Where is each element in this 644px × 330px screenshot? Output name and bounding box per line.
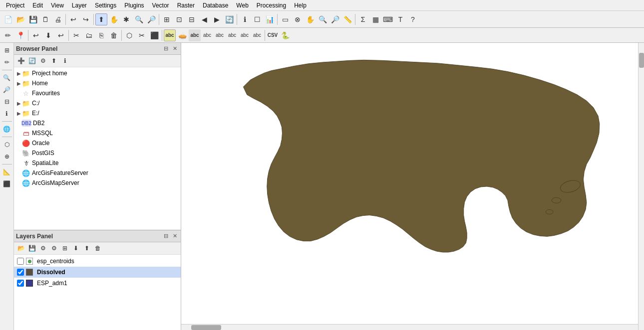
- snap-button[interactable]: 📍: [14, 29, 26, 41]
- label-abc1[interactable]: abc: [164, 29, 176, 41]
- tb2-btn10[interactable]: ⬛: [148, 29, 160, 41]
- save-as-button[interactable]: 🗒: [39, 13, 51, 25]
- browser-filter-button[interactable]: ⚙: [38, 56, 48, 66]
- lt-btn5[interactable]: ⊟: [1, 96, 12, 107]
- lt-btn3[interactable]: 🔍: [1, 72, 12, 83]
- browser-panel-float-button[interactable]: ⊟: [162, 45, 170, 53]
- tree-item-favourites[interactable]: ☆ Favourites: [14, 88, 181, 98]
- zoom-out2-button[interactable]: 🔎: [329, 13, 341, 25]
- menu-processing[interactable]: Processing: [253, 1, 290, 10]
- browser-info-button[interactable]: ℹ: [60, 56, 70, 66]
- zoom-in2-button[interactable]: 🔍: [317, 13, 328, 25]
- menu-web[interactable]: Web: [232, 1, 252, 10]
- menu-layer[interactable]: Layer: [68, 1, 91, 10]
- layers-open-button[interactable]: 📂: [16, 243, 26, 253]
- layer-checkbox-dissolved[interactable]: [17, 269, 24, 276]
- deselect-button[interactable]: ☐: [251, 13, 263, 25]
- layers-filter-button[interactable]: ⚙: [49, 243, 59, 253]
- label-abc2[interactable]: abc: [189, 29, 201, 41]
- layers-save-button[interactable]: 💾: [27, 243, 37, 253]
- identify-button[interactable]: ℹ: [239, 13, 251, 25]
- select-rect-button[interactable]: ▭: [279, 13, 291, 25]
- layers-expand-button[interactable]: ⬇: [71, 243, 81, 253]
- lt-btn7[interactable]: 🌐: [1, 124, 12, 135]
- browser-refresh-button[interactable]: 🔄: [27, 56, 37, 66]
- tb2-btn9[interactable]: ✂: [136, 29, 148, 41]
- layers-refresh-button[interactable]: ⚙: [38, 243, 48, 253]
- menu-project[interactable]: Project: [2, 1, 28, 10]
- pan-tool-button[interactable]: ✋: [108, 13, 120, 25]
- layer-checkbox-esp-centroids[interactable]: [17, 258, 24, 265]
- map-scrollbar-vertical[interactable]: [638, 43, 644, 330]
- map-scrollbar-horizontal[interactable]: [181, 324, 638, 330]
- tree-item-arcgis-map[interactable]: 🌐 ArcGisMapServer: [14, 178, 181, 188]
- python-button[interactable]: 🐍: [279, 29, 291, 41]
- zoom-layer-button[interactable]: ⊡: [173, 13, 185, 25]
- tb2-btn3[interactable]: ↩: [55, 29, 67, 41]
- undo-button[interactable]: ↩: [67, 13, 79, 25]
- menu-view[interactable]: View: [47, 1, 68, 10]
- zoom-prev-button[interactable]: ◀: [198, 13, 210, 25]
- tree-item-project-home[interactable]: ▶ 📁 Project home: [14, 68, 181, 78]
- label-abc7[interactable]: abc: [251, 29, 263, 41]
- field-calc-button[interactable]: ⌨: [382, 13, 394, 25]
- tree-item-home[interactable]: ▶ 📁 Home: [14, 78, 181, 88]
- tb2-btn7[interactable]: 🗑: [108, 29, 120, 41]
- layers-collapse-button[interactable]: ⬆: [82, 243, 92, 253]
- measure-button[interactable]: 📏: [341, 13, 353, 25]
- redo-button[interactable]: ↪: [80, 13, 92, 25]
- browser-collapse-button[interactable]: ⬆: [49, 56, 59, 66]
- tree-item-arcgis-feature[interactable]: 🌐 ArcGisFeatureServer: [14, 168, 181, 178]
- map-area[interactable]: [181, 43, 644, 330]
- label-abc3[interactable]: abc: [201, 29, 213, 41]
- refresh-button[interactable]: 🔄: [223, 13, 235, 25]
- label-pie[interactable]: 🥧: [176, 29, 188, 41]
- layers-panel-close-button[interactable]: ✕: [171, 232, 179, 240]
- menu-database[interactable]: Database: [199, 1, 232, 10]
- lt-btn11[interactable]: ⬛: [1, 178, 12, 189]
- map-hscroll-thumb[interactable]: [191, 325, 221, 330]
- deselect-all-button[interactable]: ⊗: [292, 13, 304, 25]
- layers-panel-float-button[interactable]: ⊟: [162, 232, 170, 240]
- tree-item-postgis[interactable]: 🐘 PostGIS: [14, 148, 181, 158]
- tree-item-c-drive[interactable]: ▶ 📁 C:/: [14, 98, 181, 108]
- layer-item-esp-centroids[interactable]: esp_centroids: [14, 256, 181, 267]
- tb2-btn5[interactable]: 🗂: [83, 29, 95, 41]
- zoom-in-button[interactable]: 🔍: [133, 13, 145, 25]
- lt-btn10[interactable]: 📐: [1, 166, 12, 177]
- layer-item-esp-adm1[interactable]: ESP_adm1: [14, 278, 181, 289]
- lt-btn4[interactable]: 🔎: [1, 84, 12, 95]
- tree-item-spatialite[interactable]: 🗡 SpatiaLite: [14, 158, 181, 168]
- lt-btn2[interactable]: ✏: [1, 57, 12, 68]
- add-features-button[interactable]: ✱: [120, 13, 132, 25]
- zoom-full-button[interactable]: ⊞: [161, 13, 173, 25]
- layers-add-group-button[interactable]: ⊞: [60, 243, 70, 253]
- layer-checkbox-esp-adm1[interactable]: [17, 280, 24, 287]
- tree-item-mssql[interactable]: 🗃 MSSQL: [14, 128, 181, 138]
- pan-map-button[interactable]: ✋: [304, 13, 316, 25]
- save-project-button[interactable]: 💾: [27, 13, 39, 25]
- zoom-next-button[interactable]: ▶: [211, 13, 223, 25]
- label-abc5[interactable]: abc: [226, 29, 238, 41]
- stats-button[interactable]: Σ: [357, 13, 369, 25]
- label-abc6[interactable]: abc: [239, 29, 251, 41]
- new-project-button[interactable]: 📄: [2, 13, 14, 25]
- help-button[interactable]: ?: [407, 13, 419, 25]
- tb2-btn6[interactable]: ⎘: [95, 29, 107, 41]
- zoom-selection-button[interactable]: ⊟: [186, 13, 198, 25]
- print-button[interactable]: 🖨: [52, 13, 64, 25]
- menu-settings[interactable]: Settings: [91, 1, 120, 10]
- tree-item-oracle[interactable]: 🔴 Oracle: [14, 138, 181, 148]
- lt-btn8[interactable]: ⬡: [1, 139, 12, 150]
- tb2-btn1[interactable]: ↩: [30, 29, 42, 41]
- menu-plugins[interactable]: Plugins: [120, 1, 148, 10]
- menu-edit[interactable]: Edit: [28, 1, 47, 10]
- tb2-btn4[interactable]: ✂: [70, 29, 82, 41]
- lt-btn6[interactable]: ℹ: [1, 108, 12, 119]
- menu-raster[interactable]: Raster: [173, 1, 199, 10]
- menu-help[interactable]: Help: [290, 1, 311, 10]
- select-tool-button[interactable]: ⬆: [95, 13, 107, 25]
- lt-btn9[interactable]: ⊕: [1, 151, 12, 162]
- layer-item-dissolved[interactable]: Dissolved: [14, 267, 181, 278]
- open-attr-button[interactable]: 📊: [264, 13, 276, 25]
